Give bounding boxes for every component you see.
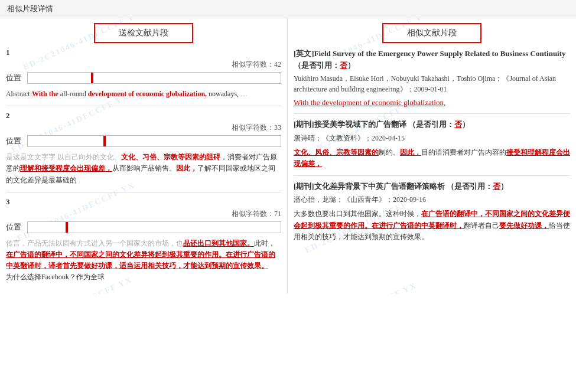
similarity-row-3: 相似字符数： 71	[6, 209, 281, 219]
cite-no-3[interactable]: 否	[493, 182, 500, 191]
right-divider-2	[294, 175, 570, 176]
abstract-norm-3a: 此时，	[254, 239, 275, 247]
ref-meta-3: 潘心怡，龙璐；《山西青年》；2020-09-16	[294, 194, 570, 205]
ref-authors-3: 潘心怡，龙璐；《山西青年》；2020-09-16	[294, 195, 426, 204]
item-number-2: 2	[6, 111, 281, 120]
ref-abstract-2: 文化、风俗、宗教等因素的制约。因此，目的语消费者对广告内容的接受和理解程度会出现…	[294, 147, 570, 169]
ref-cite-paren-1: （是否引用：否）	[294, 61, 355, 70]
abstract-prefix-1: Abstract:	[6, 90, 32, 98]
abstract-mid-1: all-round	[58, 90, 88, 98]
abstract-suffix-3: 为什么选择Facebook？作为全球	[6, 273, 105, 281]
abstract-blurred-3a: 传言，产品无法以固有方式进入另一个国家大的市场，也	[6, 239, 183, 247]
abstract-bold-2a: 文化、习俗、宗教等因素的	[121, 153, 206, 161]
ref-authors-2: 唐诗晴；《文教资料》；2020-04-15	[294, 134, 405, 142]
divider-1	[6, 106, 281, 106]
abstract-highlight-1: With the	[32, 90, 58, 98]
position-marker-3	[66, 222, 68, 233]
ref-meta-1: Yukihiro Masuda，Eisuke Hori，Nobuyuki Tak…	[294, 73, 570, 94]
abstract-2: 是这是文文字字 以自己向外的文化、文化、习俗、宗教等因素的阻碍，消费者对广告原意…	[6, 152, 281, 186]
page-container: 相似片段详情 ED-2C21046-41DECCFF YX ED-2C21046…	[0, 0, 576, 392]
abstract-blurred-1: …	[240, 90, 248, 98]
similarity-label-2: 相似字符数：	[232, 123, 274, 133]
ref-cite-paren-3: （是否引用：否）	[447, 182, 508, 191]
similarity-row-2: 相似字符数： 33	[6, 123, 281, 133]
ref-highlight-1: With the development of economic globali…	[294, 98, 570, 107]
ref-title-2: [期刊]接受美学视域下的广告翻译 （是否引用：否）	[294, 119, 570, 130]
right-section-2: [期刊]接受美学视域下的广告翻译 （是否引用：否） 唐诗晴；《文教资料》；202…	[294, 119, 570, 169]
similarity-label-3: 相似字符数：	[232, 209, 274, 219]
section-2-left: 2 相似字符数： 33 位置 是这是文文字字 以自己向外的文化、文化、习俗、宗教…	[6, 111, 281, 186]
right-section-1: [英文]Field Survey of the Emergency Power …	[294, 48, 570, 107]
similarity-row-1: 相似字符数： 42	[6, 60, 281, 70]
abstract-bold-2c: 因此，	[176, 164, 197, 172]
position-row-2: 位置	[6, 135, 281, 147]
right-panel: ED-2C21046-41DECCFF YX ED-2C21046-41DECC…	[288, 18, 576, 294]
position-label-3: 位置	[6, 222, 22, 233]
item-number-1: 1	[6, 48, 281, 57]
ref-title-3: [期刊]文化差异背景下中英广告语翻译策略析 （是否引用：否）	[294, 181, 570, 192]
position-label-1: 位置	[6, 73, 22, 83]
abstract-bold-3b: 在广告语的翻译中，不同国家之间的文化差异将起到极其重要的作用。	[6, 250, 226, 259]
abstract-1: Abstract:With the all-round development …	[6, 89, 281, 100]
ref-norm-2b: 目的语消费者对广告内容的	[421, 148, 506, 156]
divider-2	[6, 192, 281, 192]
similarity-count-2: 33	[274, 123, 281, 132]
section-1-left: 1 相似字符数： 42 位置 Abstract:With the all-rou…	[6, 48, 281, 100]
right-divider-1	[294, 113, 570, 114]
abstract-norm-2b: 从而影响产品销售。	[112, 164, 176, 172]
position-bar-2	[27, 135, 281, 147]
position-row-3: 位置	[6, 221, 281, 233]
cite-no-1[interactable]: 否	[340, 61, 347, 70]
ref-cite-paren-2: （是否引用：否）	[408, 120, 470, 129]
ref-abstract-3: 大多数也要出口到其他国家。这种时候，在广告语的翻译中，不同国家之间的文化差异便会…	[294, 208, 570, 243]
abstract-suffix-1: nowadays,	[207, 90, 240, 98]
ref-bold-2a: 文化、风俗、宗教等因素的	[294, 148, 379, 156]
right-section-3: [期刊]文化差异背景下中英广告语翻译策略析 （是否引用：否） 潘心怡，龙璐；《山…	[294, 181, 570, 243]
ref-meta-2: 唐诗晴；《文教资料》；2020-04-15	[294, 133, 570, 143]
similar-fragment-button[interactable]: 相似文献片段	[382, 23, 481, 43]
abstract-bold-2b: 阻碍	[206, 153, 220, 161]
submit-fragment-button[interactable]: 送检文献片段	[94, 23, 193, 43]
cite-no-2[interactable]: 否	[454, 120, 462, 129]
item-number-3: 3	[6, 197, 281, 207]
ref-title-text-2: [期刊]接受美学视域下的广告翻译	[294, 120, 406, 129]
ref-norm-3a: 大多数也要出口到其他国家。这种时候，	[294, 210, 421, 218]
position-marker-1	[91, 73, 93, 83]
abstract-blurred-2a: 是这是文文字字 以自己向外的文化、	[6, 153, 121, 161]
ref-norm-3b: 翻译者自己	[464, 221, 499, 230]
section-3-left: 3 相似字符数： 71 位置 传言，产品无法以固有方式进入另一个国家大的市场，也…	[6, 197, 281, 283]
left-panel: ED-2C21046-41DECCFF YX ED-2C21046-41DECC…	[0, 18, 288, 294]
page-title: 相似片段详情	[0, 0, 576, 18]
position-row-1: 位置	[6, 72, 281, 84]
position-bar-1	[27, 72, 281, 84]
position-marker-2	[103, 136, 106, 146]
similarity-count-3: 71	[274, 210, 281, 218]
ref-norm-2a: 制约。	[379, 148, 400, 156]
position-bar-3	[27, 221, 281, 233]
main-content: ED-2C21046-41DECCFF YX ED-2C21046-41DECC…	[0, 18, 576, 294]
ref-title-text-3: [期刊]文化差异背景下中英广告语翻译策略析	[294, 182, 445, 191]
ref-title-1: [英文]Field Survey of the Emergency Power …	[294, 48, 570, 71]
right-header: 相似文献片段	[294, 23, 570, 43]
ref-title-text-1: [英文]Field Survey of the Emergency Power …	[294, 49, 566, 58]
abstract-underline-2: 理解和接受程度会出现偏差，	[20, 164, 112, 172]
similarity-count-1: 42	[274, 60, 281, 69]
similarity-label-1: 相似字符数：	[232, 60, 274, 70]
ref-bold-3b: 要先做好功课，	[499, 221, 549, 230]
left-header: 送检文献片段	[6, 23, 281, 43]
abstract-bold-1: development of economic globalization,	[88, 90, 207, 98]
abstract-bold-3a: 品还出口到其他国家。	[183, 239, 254, 247]
position-label-2: 位置	[6, 136, 22, 146]
ref-authors-1: Yukihiro Masuda，Eisuke Hori，Nobuyuki Tak…	[294, 74, 556, 93]
abstract-3: 传言，产品无法以固有方式进入另一个国家大的市场，也品还出口到其他国家。此时，在广…	[6, 238, 281, 283]
ref-bold-2b: 因此，	[400, 148, 421, 156]
